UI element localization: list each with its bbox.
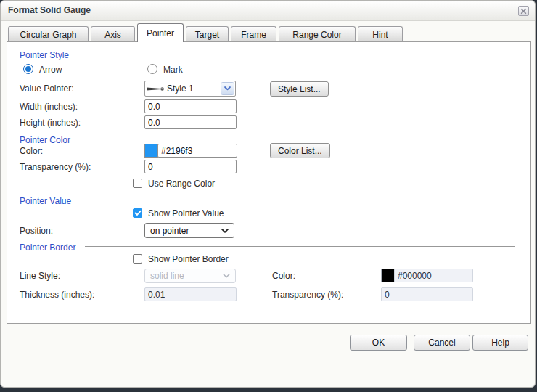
tab-hint[interactable]: Hint (358, 26, 403, 42)
ok-button[interactable]: OK (350, 335, 407, 351)
tab-pointer[interactable]: Pointer (137, 23, 184, 42)
chevron-down-icon (223, 274, 230, 278)
line-style-select: solid line (144, 269, 236, 283)
border-transparency-label: Transparency (%): (272, 290, 343, 300)
cancel-button[interactable]: Cancel (414, 335, 470, 351)
thickness-input (144, 287, 237, 301)
dialog-title: Format Solid Gauge (8, 5, 91, 15)
tab-circular-graph[interactable]: Circular Graph (8, 26, 89, 42)
border-transparency-input (381, 287, 473, 301)
tab-content-panel: Pointer Style Arrow Mark Value Pointer: … (7, 41, 531, 324)
value-pointer-dropdown[interactable]: Style 1 (144, 81, 236, 97)
section-title: Pointer Value (20, 196, 71, 206)
close-button[interactable] (518, 6, 529, 16)
mark-radio[interactable] (147, 64, 157, 74)
pointer-color-swatch[interactable] (144, 144, 158, 158)
tab-target[interactable]: Target (186, 26, 229, 42)
dialog-titlebar: Format Solid Gauge (1, 1, 535, 21)
chevron-down-icon (224, 86, 231, 91)
close-icon (520, 8, 527, 15)
transparency-input[interactable] (144, 160, 237, 173)
use-range-color-checkbox[interactable] (133, 179, 142, 188)
height-label: Height (inches): (20, 118, 81, 128)
height-input[interactable] (144, 115, 237, 129)
pointer-style-section-header: Pointer Style (20, 48, 515, 59)
format-solid-gauge-dialog: Format Solid Gauge Circular Graph Axis P… (0, 0, 536, 388)
line-style-selected: solid line (150, 271, 184, 281)
value-pointer-selected: Style 1 (167, 83, 194, 94)
width-input[interactable] (144, 99, 237, 113)
line-style-label: Line Style: (20, 271, 60, 281)
mark-radio-label: Mark (163, 65, 183, 75)
transparency-label: Transparency (%): (20, 162, 91, 172)
dropdown-button[interactable] (221, 82, 234, 95)
chevron-down-icon (221, 229, 229, 233)
section-divider (85, 200, 515, 200)
border-color-input (394, 269, 473, 282)
show-pointer-value-label: Show Pointer Value (148, 208, 224, 219)
pointer-value-section-header: Pointer Value (20, 194, 515, 205)
border-color-swatch (381, 269, 395, 282)
position-selected: on pointer (150, 226, 189, 236)
style-list-button[interactable]: Style List... (270, 81, 329, 97)
tab-range-color[interactable]: Range Color (279, 26, 356, 42)
tab-bar: Circular Graph Axis Pointer Target Frame… (8, 24, 403, 42)
width-label: Width (inches): (20, 102, 78, 112)
show-pointer-border-checkbox[interactable] (133, 254, 142, 264)
section-title: Pointer Border (20, 242, 75, 253)
value-pointer-label: Value Pointer: (20, 83, 74, 94)
thickness-label: Thickness (inches): (20, 290, 94, 300)
position-select[interactable]: on pointer (144, 223, 234, 238)
show-pointer-border-label: Show Pointer Border (148, 254, 229, 264)
color-label: Color: (20, 146, 43, 156)
tab-axis[interactable]: Axis (91, 26, 135, 42)
help-button[interactable]: Help (472, 335, 528, 351)
use-range-color-label: Use Range Color (148, 179, 215, 189)
arrow-radio[interactable] (23, 64, 33, 74)
color-list-button[interactable]: Color List... (270, 143, 330, 158)
pointer-color-section-header: Pointer Color (20, 133, 515, 144)
section-title: Pointer Color (20, 135, 70, 145)
checkmark-icon (134, 210, 142, 216)
arrow-radio-label: Arrow (39, 65, 62, 75)
section-divider (85, 246, 515, 247)
show-pointer-value-checkbox[interactable] (133, 208, 142, 218)
section-divider (85, 139, 515, 139)
needle-pointer-icon (147, 86, 166, 92)
tab-frame[interactable]: Frame (231, 26, 276, 42)
section-title: Pointer Style (20, 50, 69, 60)
position-label: Position: (20, 226, 53, 236)
pointer-color-input[interactable] (157, 144, 237, 158)
pointer-border-section-header: Pointer Border (20, 240, 515, 251)
section-divider (85, 54, 515, 54)
border-color-label: Color: (272, 271, 295, 281)
